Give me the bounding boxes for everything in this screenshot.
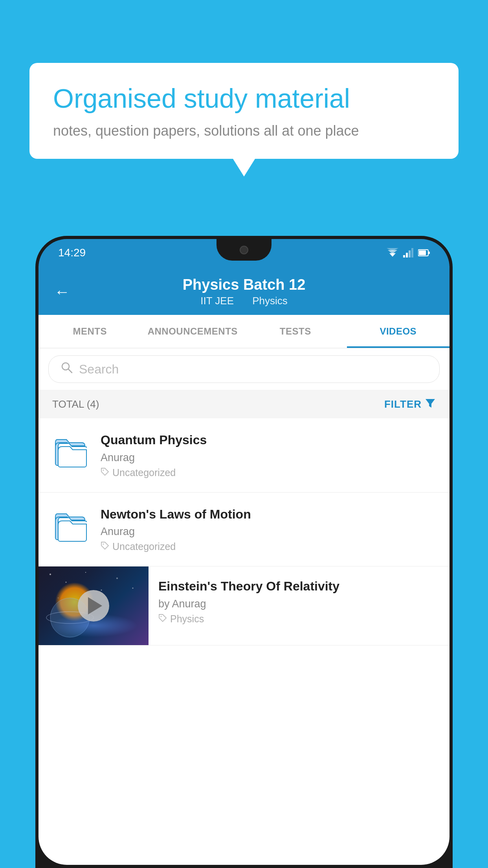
battery-icon: [418, 249, 430, 257]
tag-icon: [158, 613, 167, 625]
list-item[interactable]: Quantum Physics Anurag Uncategorized: [39, 418, 449, 493]
svg-rect-8: [428, 252, 430, 254]
subtitle-part2: Physics: [252, 295, 288, 307]
tabs-bar: MENTS ANNOUNCEMENTS TESTS VIDEOS: [39, 315, 449, 348]
filter-bar: TOTAL (4) FILTER: [39, 390, 449, 418]
bubble-subtitle: notes, question papers, solutions all at…: [53, 123, 435, 139]
video-author: Anurag: [101, 526, 438, 538]
video-list: Quantum Physics Anurag Uncategorized: [39, 418, 449, 645]
video-author: by Anurag: [158, 598, 440, 610]
status-icons: [387, 248, 430, 257]
svg-point-20: [66, 582, 67, 583]
status-time: 14:29: [58, 246, 86, 259]
video-tag: Uncategorized: [101, 541, 438, 552]
app-header: ← Physics Batch 12 IIT JEE Physics: [39, 267, 449, 315]
speech-bubble-container: Organised study material notes, question…: [29, 63, 459, 159]
filter-icon: [425, 397, 436, 411]
svg-rect-6: [411, 248, 413, 257]
video-tag: Physics: [158, 613, 440, 625]
video-info: Quantum Physics Anurag Uncategorized: [101, 432, 438, 478]
svg-point-24: [58, 598, 59, 598]
svg-point-19: [50, 574, 51, 575]
phone-frame: 14:29: [35, 236, 453, 868]
svg-rect-4: [406, 253, 408, 257]
tab-tests[interactable]: TESTS: [244, 315, 347, 348]
video-thumbnail: [39, 566, 149, 645]
phone-content: ← Physics Batch 12 IIT JEE Physics MENTS…: [39, 267, 449, 865]
wifi-icon: [387, 248, 398, 257]
video-title: Newton's Laws of Motion: [101, 506, 438, 523]
svg-rect-9: [419, 250, 426, 255]
volume-up-button: [35, 310, 39, 337]
svg-point-25: [101, 590, 102, 591]
search-icon: [61, 361, 73, 377]
back-button[interactable]: ←: [54, 283, 70, 301]
play-icon: [88, 597, 102, 614]
batch-title: Physics Batch 12: [82, 276, 406, 293]
filter-label: FILTER: [384, 398, 422, 410]
video-title: Quantum Physics: [101, 432, 438, 449]
video-tag: Uncategorized: [101, 467, 438, 478]
svg-line-11: [68, 369, 72, 373]
bubble-title: Organised study material: [53, 83, 435, 115]
video-title: Einstein's Theory Of Relativity: [158, 578, 440, 595]
svg-point-21: [85, 572, 86, 573]
status-bar: 14:29: [39, 239, 449, 267]
power-button: [449, 326, 453, 369]
search-placeholder: Search: [79, 362, 119, 377]
svg-rect-5: [409, 250, 411, 257]
signal-icon: [403, 248, 413, 257]
svg-point-18: [103, 544, 104, 545]
search-input-wrapper[interactable]: Search: [48, 355, 440, 383]
svg-point-23: [132, 588, 134, 589]
svg-point-22: [116, 577, 118, 579]
list-item[interactable]: Newton's Laws of Motion Anurag Uncategor…: [39, 493, 449, 567]
search-container: Search: [39, 348, 449, 390]
tab-announcements[interactable]: ANNOUNCEMENTS: [141, 315, 244, 348]
tab-ments[interactable]: MENTS: [39, 315, 141, 348]
svg-rect-3: [403, 255, 405, 257]
subtitle-part1: IIT JEE: [200, 295, 234, 307]
svg-point-15: [103, 469, 104, 471]
folder-icon: [50, 432, 90, 471]
video-info: Einstein's Theory Of Relativity by Anura…: [149, 566, 449, 636]
tag-icon: [101, 467, 109, 478]
batch-subtitle: IIT JEE Physics: [82, 295, 406, 307]
list-item[interactable]: Einstein's Theory Of Relativity by Anura…: [39, 566, 449, 645]
speech-bubble: Organised study material notes, question…: [29, 63, 459, 159]
play-button[interactable]: [78, 590, 109, 622]
folder-icon: [50, 506, 90, 546]
notch: [216, 239, 272, 261]
header-title-area: Physics Batch 12 IIT JEE Physics: [82, 276, 406, 307]
tab-videos[interactable]: VIDEOS: [347, 315, 450, 348]
total-count: TOTAL (4): [52, 398, 99, 410]
tag-icon: [101, 541, 109, 552]
video-info: Newton's Laws of Motion Anurag Uncategor…: [101, 506, 438, 553]
svg-marker-12: [426, 399, 435, 408]
video-author: Anurag: [101, 452, 438, 464]
front-camera: [240, 246, 248, 254]
svg-point-28: [161, 616, 162, 617]
filter-button[interactable]: FILTER: [384, 397, 436, 411]
volume-down-button: [35, 345, 39, 373]
svg-marker-2: [387, 248, 398, 251]
